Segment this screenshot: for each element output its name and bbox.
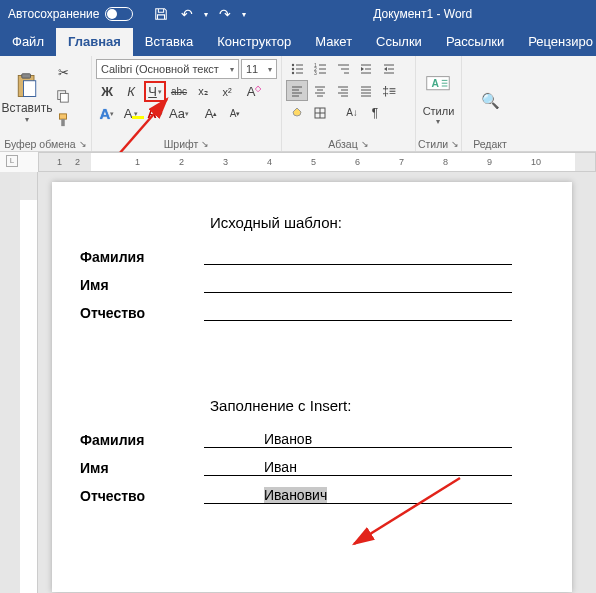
italic-button[interactable]: К bbox=[120, 81, 142, 102]
ruler-corner: L bbox=[0, 152, 38, 172]
chevron-down-icon: ▾ bbox=[25, 115, 29, 124]
ruler-mark: 1 bbox=[135, 157, 140, 167]
font-color-button[interactable]: A▾ bbox=[144, 103, 166, 124]
svg-text:3: 3 bbox=[314, 70, 317, 76]
undo-icon[interactable]: ↶ bbox=[175, 2, 199, 26]
line-patronymic[interactable] bbox=[204, 303, 512, 321]
styles-button[interactable]: A Стили ▾ bbox=[423, 70, 455, 126]
font-group-label: Шрифт bbox=[164, 138, 199, 150]
ruler-mark: 3 bbox=[223, 157, 228, 167]
line-firstname-2[interactable]: Иван bbox=[204, 458, 512, 476]
ruler-mark: 2 bbox=[75, 157, 80, 167]
svg-point-7 bbox=[292, 63, 294, 65]
bullets-button[interactable] bbox=[286, 58, 308, 79]
cut-icon[interactable]: ✂ bbox=[52, 62, 74, 82]
ruler-mark: 7 bbox=[399, 157, 404, 167]
text-effects-button[interactable]: A▾ bbox=[96, 103, 118, 124]
autosave-label: Автосохранение bbox=[8, 7, 99, 21]
align-center-button[interactable] bbox=[309, 80, 331, 101]
value-firstname: Иван bbox=[264, 459, 297, 475]
align-left-button[interactable] bbox=[286, 80, 308, 101]
row-patronymic: Отчество bbox=[80, 303, 512, 321]
svg-rect-6 bbox=[61, 119, 65, 126]
label-firstname: Имя bbox=[80, 277, 180, 293]
svg-text:A: A bbox=[432, 77, 440, 88]
chevron-down-icon: ▾ bbox=[230, 65, 234, 74]
superscript-button[interactable]: x² bbox=[216, 81, 238, 102]
label-firstname-2: Имя bbox=[80, 460, 180, 476]
para-group-label: Абзац bbox=[328, 138, 357, 150]
tab-review[interactable]: Рецензиро bbox=[516, 28, 596, 56]
grow-font-button[interactable]: A▴ bbox=[200, 103, 222, 124]
tab-layout[interactable]: Макет bbox=[303, 28, 364, 56]
row-firstname-2: Имя Иван bbox=[80, 458, 512, 476]
change-case-button[interactable]: Aa▾ bbox=[168, 103, 190, 124]
autosave-toggle[interactable]: Автосохранение bbox=[0, 7, 141, 21]
row-firstname: Имя bbox=[80, 275, 512, 293]
format-painter-icon[interactable] bbox=[52, 110, 74, 130]
tab-home[interactable]: Главная bbox=[56, 28, 133, 56]
ruler-mark: 8 bbox=[443, 157, 448, 167]
underline-button[interactable]: Ч▾ bbox=[144, 81, 166, 102]
label-lastname-2: Фамилия bbox=[80, 432, 180, 448]
svg-rect-2 bbox=[24, 81, 36, 97]
svg-point-9 bbox=[292, 67, 294, 69]
line-lastname-2[interactable]: Иванов bbox=[204, 430, 512, 448]
launcher-icon[interactable]: ↘ bbox=[451, 139, 459, 149]
subscript-button[interactable]: x₂ bbox=[192, 81, 214, 102]
ruler-mark: 10 bbox=[531, 157, 541, 167]
highlight-label: A bbox=[124, 106, 133, 121]
ruler-mark: 2 bbox=[179, 157, 184, 167]
tab-references[interactable]: Ссылки bbox=[364, 28, 434, 56]
line-lastname[interactable] bbox=[204, 247, 512, 265]
borders-button[interactable] bbox=[309, 102, 331, 123]
tab-design[interactable]: Конструктор bbox=[205, 28, 303, 56]
increase-indent-button[interactable] bbox=[378, 58, 400, 79]
launcher-icon[interactable]: ↘ bbox=[79, 139, 87, 149]
highlight-button[interactable]: A▾ bbox=[120, 103, 142, 124]
line-firstname[interactable] bbox=[204, 275, 512, 293]
tab-mailings[interactable]: Рассылки bbox=[434, 28, 516, 56]
ribbon-tabs: Файл Главная Вставка Конструктор Макет С… bbox=[0, 28, 596, 56]
copy-icon[interactable] bbox=[52, 86, 74, 106]
chevron-down-icon: ▾ bbox=[423, 117, 455, 126]
decrease-indent-button[interactable] bbox=[355, 58, 377, 79]
undo-dropdown-icon[interactable]: ▾ bbox=[201, 2, 211, 26]
editing-label: Редакт bbox=[473, 138, 507, 150]
save-icon[interactable] bbox=[149, 2, 173, 26]
bold-button[interactable]: Ж bbox=[96, 81, 118, 102]
shading-button[interactable] bbox=[286, 102, 308, 123]
font-name-value: Calibri (Основной текст bbox=[101, 63, 219, 75]
strike-button[interactable]: abc bbox=[168, 81, 190, 102]
ruler-vertical bbox=[20, 172, 38, 593]
redo-icon[interactable]: ↷ bbox=[213, 2, 237, 26]
numbering-button[interactable]: 123 bbox=[309, 58, 331, 79]
clear-format-icon[interactable]: A◇ bbox=[240, 81, 262, 102]
find-icon[interactable]: 🔍 bbox=[481, 86, 500, 110]
tab-file[interactable]: Файл bbox=[0, 28, 56, 56]
font-size-combo[interactable]: 11▾ bbox=[241, 59, 277, 79]
show-marks-button[interactable]: ¶ bbox=[364, 102, 386, 123]
line-patronymic-2[interactable]: Иванович bbox=[204, 486, 512, 504]
document-page[interactable]: Исходный шаблон: Фамилия Имя Отчество За… bbox=[52, 182, 572, 592]
align-right-button[interactable] bbox=[332, 80, 354, 101]
ruler-mark: 5 bbox=[311, 157, 316, 167]
svg-rect-5 bbox=[60, 114, 67, 119]
font-name-combo[interactable]: Calibri (Основной текст▾ bbox=[96, 59, 239, 79]
launcher-icon[interactable]: ↘ bbox=[201, 139, 209, 149]
line-spacing-button[interactable]: ‡≡ bbox=[378, 80, 400, 101]
launcher-icon[interactable]: ↘ bbox=[361, 139, 369, 149]
template-heading: Исходный шаблон: bbox=[210, 214, 512, 231]
paste-button[interactable]: Вставить ▾ bbox=[4, 58, 50, 137]
ruler-horizontal: L 1 2 1 2 3 4 5 6 7 8 9 10 bbox=[0, 152, 596, 172]
highlight-swatch bbox=[132, 116, 144, 119]
group-editing: 🔍 Редакт bbox=[462, 56, 518, 151]
qat-dropdown-icon[interactable]: ▾ bbox=[239, 2, 249, 26]
sort-button[interactable]: A↓ bbox=[341, 102, 363, 123]
justify-button[interactable] bbox=[355, 80, 377, 101]
shrink-font-button[interactable]: A▾ bbox=[224, 103, 246, 124]
tab-insert[interactable]: Вставка bbox=[133, 28, 205, 56]
underline-label: Ч bbox=[148, 84, 157, 99]
font-color-label: A bbox=[147, 106, 156, 121]
multilevel-button[interactable] bbox=[332, 58, 354, 79]
